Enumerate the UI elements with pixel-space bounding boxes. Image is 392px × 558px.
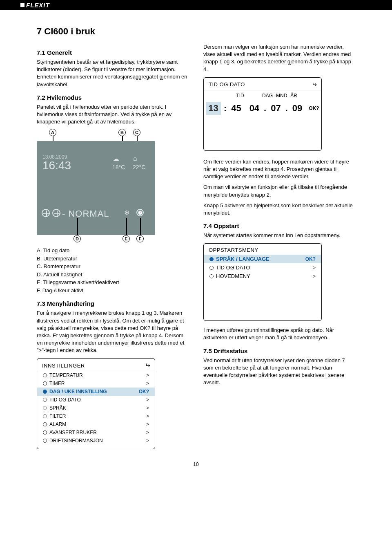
radio-icon [43, 390, 47, 394]
section-7-4-body: Når systemet startes kommer man inn i en… [203, 232, 355, 239]
startup-row[interactable]: HOVEDMENY> [204, 272, 321, 280]
radio-icon [43, 398, 47, 402]
right-p2: Om flere verdier kan endres, hopper mark… [203, 158, 355, 181]
chevron-icon: > [313, 265, 316, 271]
callout-b: B [118, 129, 126, 136]
section-7-5-heading: 7.5 Driftsstatus [203, 347, 355, 354]
settings-row[interactable]: SPRÅK> [37, 404, 155, 412]
settings-row[interactable]: FILTER> [37, 412, 155, 420]
startup-panel: OPPSTARTSMENY SPRÅK / LANGUAGEOK?TID OG … [203, 243, 322, 321]
day-value[interactable]: 04 [248, 102, 261, 115]
radio-icon [43, 414, 47, 418]
settings-row[interactable]: TEMPERATUR> [37, 371, 155, 379]
callout-f: F [136, 235, 144, 242]
chevron-icon: OK? [139, 389, 149, 394]
radio-icon [209, 257, 214, 261]
display-out-temp: 18°C [112, 164, 125, 170]
section-7-5-body: Ved normal drift uten forstyrrelser lyse… [203, 357, 355, 387]
radio-icon [43, 430, 47, 435]
startup-row-label: TID OG DATO [216, 264, 313, 271]
settings-row-label: AVANSERT BRUKER [49, 430, 146, 435]
right-p3: Om man vil avbryte en funksjon eller gå … [203, 184, 355, 198]
section-7-1-heading: 7.1 Generelt [37, 49, 189, 56]
page-number: 10 [37, 462, 355, 467]
settings-row-label: ALARM [49, 421, 146, 427]
settings-row-label: TEMPERATUR [49, 372, 146, 378]
startup-after: I menyen utføres grunninnstillingene spr… [203, 327, 355, 341]
ok-prompt: OK? [309, 105, 319, 111]
right-p4: Knapp 5 aktiverer en hjelpetekst som kor… [203, 202, 355, 217]
radio-icon [43, 406, 47, 410]
callout-e: E [122, 235, 130, 242]
display-time: 16:43 [42, 159, 71, 172]
section-7-2-heading: 7.2 Hvilemodus [37, 94, 189, 101]
minute-value[interactable]: 45 [229, 102, 243, 115]
startup-row-label: SPRÅK / LANGUAGE [216, 256, 305, 262]
settings-row[interactable]: DAG / UKE INNSTILLINGOK? [37, 388, 155, 396]
house-icon: ⌂ [133, 155, 137, 162]
display-legend: A. Tid og dato B. Utetemperatur C. Romte… [37, 247, 189, 294]
radio-icon [209, 266, 214, 270]
chevron-icon: OK? [305, 256, 316, 262]
startup-row-label: HOVEDMENY [216, 273, 313, 279]
settings-row-label: TIMER [49, 381, 146, 386]
time-date-panel: TID OG DATO ↵ TID DAG MND ÅR 13 : 45 [203, 77, 322, 151]
hour-value[interactable]: 13 [206, 102, 220, 115]
fan-icon [52, 209, 60, 217]
section-7-1-body: Styringsenheten består av et fargedispla… [37, 58, 189, 88]
settings-row[interactable]: AVANSERT BRUKER> [37, 428, 155, 437]
chevron-icon: > [146, 397, 149, 403]
clock-icon: 🕒 [136, 209, 144, 216]
section-7-3-body: For å navigere i menyrekkene brukes knap… [37, 309, 189, 354]
settings-row-label: FILTER [49, 413, 146, 419]
back-icon: ↵ [145, 362, 150, 369]
callout-d: D [74, 235, 81, 242]
settings-row-label: DRIFTSINFORMASJON [49, 438, 146, 444]
ar-col-header: ÅR [290, 93, 297, 99]
settings-panel: INNSTILLINGER ↵ TEMPERATUR>TIMER>DAG / U… [37, 358, 155, 449]
chevron-icon: > [146, 413, 149, 419]
fan-icon [42, 209, 50, 217]
month-value[interactable]: 07 [269, 102, 282, 115]
startup-row[interactable]: TID OG DATO> [204, 263, 321, 272]
radio-icon [43, 373, 47, 377]
settings-row[interactable]: ALARM> [37, 420, 155, 428]
brand-header: FLEXIT [0, 0, 392, 10]
tid-col-header: TID [228, 93, 252, 99]
chevron-icon: > [146, 430, 149, 435]
display-room-temp: 22°C [133, 164, 145, 170]
mnd-col-header: MND [276, 93, 287, 99]
year-value[interactable]: 09 [291, 102, 304, 115]
snowflake-icon: ❄ [124, 209, 129, 217]
chevron-icon: > [146, 405, 149, 411]
radio-icon [43, 422, 47, 426]
chevron-icon: > [146, 381, 149, 386]
right-intro: Dersom man velger en funksjon som har nu… [203, 43, 355, 73]
settings-row[interactable]: TIMER> [37, 379, 155, 388]
back-icon: ↵ [311, 81, 317, 88]
chevron-icon: > [146, 421, 149, 427]
section-7-3-heading: 7.3 Menyhåndtering [37, 300, 189, 307]
settings-row-label: SPRÅK [49, 405, 146, 411]
chevron-icon: > [146, 438, 149, 444]
radio-icon [43, 439, 47, 443]
callout-c: C [133, 129, 140, 136]
time-date-title: TID OG DATO [209, 81, 245, 87]
startup-row[interactable]: SPRÅK / LANGUAGEOK? [204, 255, 321, 263]
chevron-icon: > [146, 372, 149, 378]
chevron-icon: > [313, 273, 316, 279]
section-7-2-body: Panelet vil gå i hvilemodus etter en per… [37, 103, 189, 126]
weather-icon: ☁ [113, 155, 119, 163]
settings-row-label: TID OG DATO [49, 397, 146, 403]
radio-icon [209, 274, 214, 278]
page-heading: 7 CI600 i bruk [37, 26, 355, 37]
startup-panel-title: OPPSTARTSMENY [209, 247, 258, 253]
callout-a: A [49, 129, 56, 136]
radio-icon [43, 381, 47, 385]
section-7-4-heading: 7.4 Oppstart [203, 222, 355, 229]
settings-row[interactable]: TID OG DATO> [37, 396, 155, 404]
settings-row-label: DAG / UKE INNSTILLING [49, 389, 139, 394]
settings-panel-title: INNSTILLINGER [42, 363, 85, 369]
device-display: 13.08.2009 16:43 ☁ ⌂ 18°C 22°C - NORMAL … [37, 141, 155, 235]
settings-row[interactable]: DRIFTSINFORMASJON> [37, 437, 155, 445]
